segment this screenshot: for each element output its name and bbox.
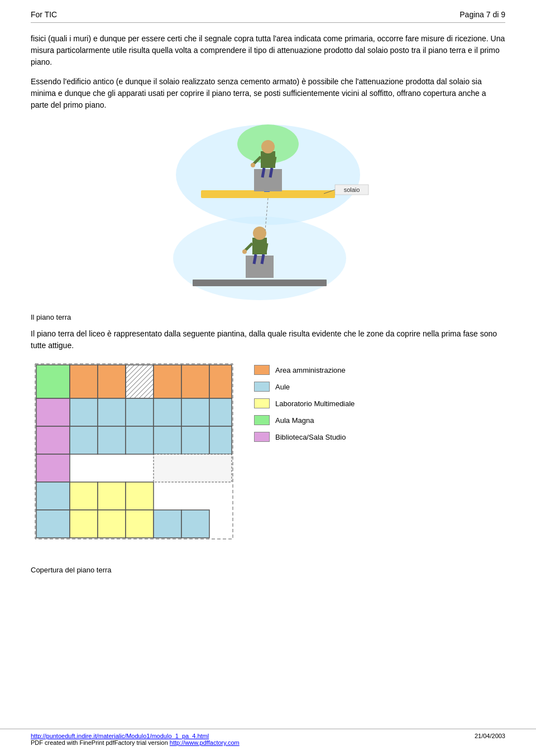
svg-rect-55 bbox=[126, 510, 154, 538]
svg-rect-46 bbox=[181, 426, 209, 454]
footer-pdf-credit: PDF created with FinePrint pdfFactory tr… bbox=[31, 739, 240, 746]
svg-rect-17 bbox=[246, 256, 274, 278]
svg-line-21 bbox=[265, 243, 267, 253]
legend-box-laboratorio bbox=[254, 398, 270, 408]
svg-rect-45 bbox=[154, 426, 181, 454]
legend-box-biblioteca bbox=[254, 432, 270, 442]
svg-rect-26 bbox=[36, 365, 70, 398]
svg-point-19 bbox=[253, 227, 266, 240]
svg-line-11 bbox=[274, 157, 275, 166]
legend-label-1: Aule bbox=[275, 383, 290, 391]
svg-rect-37 bbox=[181, 398, 209, 426]
legend-item-0: Area amministrazione bbox=[254, 365, 355, 375]
svg-rect-52 bbox=[36, 510, 70, 538]
legend-label-0: Area amministrazione bbox=[275, 366, 346, 374]
svg-line-24 bbox=[262, 254, 264, 264]
svg-rect-58 bbox=[154, 454, 232, 482]
legend-item-3: Aula Magna bbox=[254, 415, 355, 425]
svg-rect-28 bbox=[98, 365, 126, 398]
svg-rect-53 bbox=[70, 510, 98, 538]
legend-label-4: Biblioteca/Sala Studio bbox=[275, 433, 346, 441]
svg-rect-36 bbox=[154, 398, 181, 426]
solaio-illustration: solaio bbox=[151, 119, 385, 303]
floor-plan-section: Area amministrazione Aule Laboratorio Mu… bbox=[31, 359, 505, 555]
header: For TIC Pagina 7 di 9 bbox=[31, 10, 505, 23]
svg-rect-54 bbox=[98, 510, 126, 538]
legend: Area amministrazione Aule Laboratorio Mu… bbox=[254, 359, 355, 442]
svg-line-23 bbox=[254, 254, 256, 264]
svg-rect-29 bbox=[126, 365, 154, 398]
svg-rect-48 bbox=[36, 482, 70, 510]
footer: http://puntoeduft.indire.it/materialic/M… bbox=[0, 729, 536, 746]
svg-line-14 bbox=[270, 168, 272, 177]
svg-rect-57 bbox=[181, 510, 209, 538]
svg-rect-34 bbox=[98, 398, 126, 426]
svg-rect-47 bbox=[209, 426, 232, 454]
footer-date: 21/04/2003 bbox=[475, 733, 505, 739]
svg-rect-42 bbox=[70, 426, 98, 454]
svg-rect-56 bbox=[154, 510, 181, 538]
svg-rect-51 bbox=[126, 482, 154, 510]
page: For TIC Pagina 7 di 9 fisici (quali i mu… bbox=[0, 0, 536, 756]
svg-rect-49 bbox=[70, 482, 98, 510]
svg-rect-50 bbox=[98, 482, 126, 510]
svg-rect-27 bbox=[70, 365, 98, 398]
legend-box-aule bbox=[254, 382, 270, 392]
svg-rect-38 bbox=[209, 398, 232, 426]
footer-left: http://puntoeduft.indire.it/materialic/M… bbox=[31, 733, 240, 746]
legend-label-3: Aula Magna bbox=[275, 416, 314, 425]
footer-url[interactable]: http://puntoeduft.indire.it/materialic/M… bbox=[31, 733, 240, 739]
header-left: For TIC bbox=[31, 10, 57, 19]
caption-piano-terra: Il piano terra bbox=[31, 313, 505, 321]
svg-text:solaio: solaio bbox=[344, 186, 360, 193]
svg-rect-40 bbox=[36, 426, 70, 454]
legend-label-2: Laboratorio Multimediale bbox=[275, 399, 355, 408]
illustration-container: solaio bbox=[31, 119, 505, 303]
caption-text: Il piano terra del liceo è rappresentato… bbox=[31, 328, 505, 351]
legend-box-amministrazione bbox=[254, 365, 270, 375]
paragraph-2: Essendo l'edificio antico (e dunque il s… bbox=[31, 76, 505, 111]
svg-rect-31 bbox=[181, 365, 209, 398]
legend-item-2: Laboratorio Multimediale bbox=[254, 398, 355, 408]
paragraph-1: fisici (quali i muri) e dunque per esser… bbox=[31, 33, 505, 68]
svg-rect-30 bbox=[154, 365, 181, 398]
svg-rect-32 bbox=[209, 365, 232, 398]
svg-rect-39 bbox=[36, 398, 70, 426]
footer-pdf-link[interactable]: http://www.pdffactory.com bbox=[170, 739, 240, 746]
svg-rect-35 bbox=[126, 398, 154, 426]
footer-url-link[interactable]: http://puntoeduft.indire.it/materialic/M… bbox=[31, 733, 209, 739]
svg-rect-33 bbox=[70, 398, 98, 426]
floor-plan bbox=[31, 359, 237, 555]
footer-pdf-text: PDF created with FinePrint pdfFactory tr… bbox=[31, 739, 170, 746]
header-right: Pagina 7 di 9 bbox=[460, 10, 505, 19]
svg-rect-43 bbox=[98, 426, 126, 454]
svg-point-22 bbox=[242, 249, 247, 254]
caption-copertura: Copertura del piano terra bbox=[31, 566, 505, 574]
svg-rect-44 bbox=[126, 426, 154, 454]
svg-point-9 bbox=[261, 140, 275, 153]
legend-item-1: Aule bbox=[254, 382, 355, 392]
svg-rect-16 bbox=[193, 280, 327, 286]
legend-box-aula-magna bbox=[254, 415, 270, 425]
svg-line-13 bbox=[262, 168, 264, 177]
legend-item-4: Biblioteca/Sala Studio bbox=[254, 432, 355, 442]
svg-point-12 bbox=[251, 163, 255, 167]
svg-rect-41 bbox=[36, 454, 70, 482]
svg-rect-7 bbox=[254, 169, 282, 191]
